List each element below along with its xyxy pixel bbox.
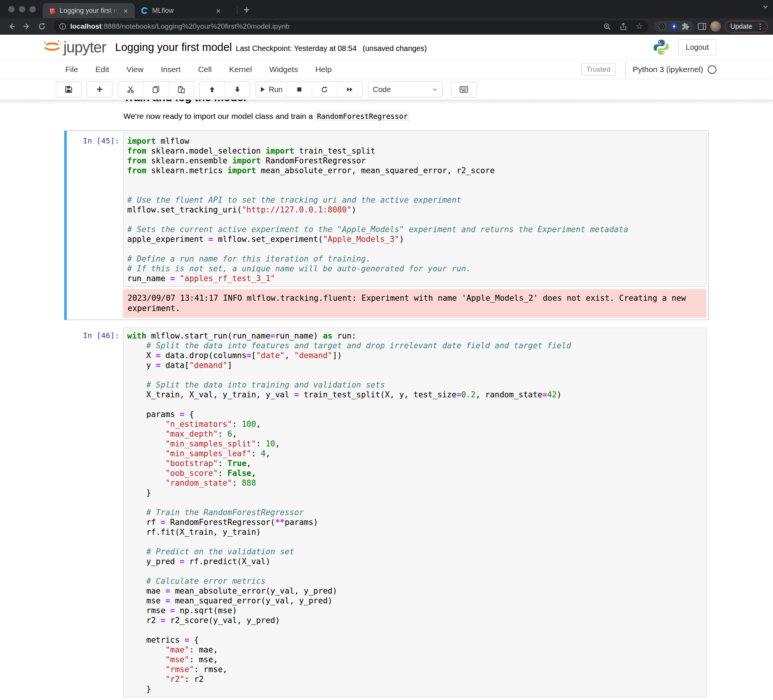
code-input-area[interactable]: import mlflowfrom sklearn.model_selectio… — [123, 133, 707, 287]
extension-badge-icon[interactable] — [658, 22, 666, 31]
arrow-up-icon — [209, 86, 215, 93]
inline-code: RandomForestRegressor — [315, 111, 410, 121]
jupyter-favicon — [49, 7, 56, 14]
profile-avatar[interactable] — [711, 21, 721, 32]
cell-prompt: In [45]: — [66, 133, 123, 287]
menu-item-edit[interactable]: Edit — [95, 65, 109, 74]
url-input[interactable]: localhost:8888/notebooks/Logging%20your%… — [54, 20, 648, 33]
interrupt-kernel-button[interactable] — [286, 82, 312, 97]
side-panel-icon[interactable] — [697, 22, 707, 31]
notebook-title[interactable]: Logging your first model — [115, 41, 232, 54]
extensions-pill — [654, 21, 694, 32]
menu-item-view[interactable]: View — [127, 65, 143, 74]
stop-icon — [296, 86, 302, 92]
scissors-icon — [127, 85, 134, 93]
python-kernel-logo — [653, 38, 670, 56]
window-close-button[interactable] — [8, 6, 15, 12]
notebook-body: Train and log the model We're now ready … — [0, 100, 773, 700]
update-button-label: Update — [730, 23, 752, 31]
unsaved-changes-label: (unsaved changes) — [363, 44, 427, 53]
tab-separator — [237, 7, 237, 15]
browser-toolbar: localhost:8888/notebooks/Logging%20your%… — [0, 18, 773, 35]
forward-button[interactable] — [20, 20, 33, 33]
url-path: :8888/notebooks/Logging%20your%20first%2… — [102, 22, 289, 30]
tab-mlflow[interactable]: MLflow × — [135, 3, 235, 18]
window-minimize-button[interactable] — [19, 6, 25, 12]
reload-button[interactable] — [36, 20, 48, 33]
restart-run-all-button[interactable] — [337, 82, 362, 97]
cell-output-stderr: 2023/09/07 13:41:17 INFO mlflow.tracking… — [123, 289, 707, 318]
browser-window: Logging your first model - Jupy × MLflow… — [0, 0, 773, 700]
site-info-icon[interactable] — [59, 23, 66, 30]
url-host: localhost — [70, 22, 102, 30]
kernel-indicator: Python 3 (ipykernel) — [625, 62, 716, 77]
code-input-area[interactable]: with mlflow.start_run(run_name=run_name)… — [123, 327, 707, 697]
menu-item-help[interactable]: Help — [315, 65, 331, 74]
paste-cells-button[interactable] — [168, 82, 194, 97]
move-cell-up-button[interactable] — [200, 82, 225, 97]
tab-close-icon[interactable]: × — [214, 7, 222, 15]
cell-output-row: 2023/09/07 13:41:17 INFO mlflow.tracking… — [66, 289, 707, 318]
paste-icon — [178, 85, 185, 93]
cell-type-value: Code — [373, 85, 391, 94]
save-button[interactable] — [56, 82, 81, 97]
markdown-paragraph: We're now ready to import our model clas… — [123, 112, 709, 121]
menu-item-kernel[interactable]: Kernel — [229, 65, 252, 74]
cell-type-select[interactable]: Code — [368, 82, 443, 97]
fast-forward-icon — [347, 86, 353, 93]
share-icon[interactable] — [619, 23, 627, 31]
menu-item-insert[interactable]: Insert — [161, 65, 181, 74]
restart-icon — [321, 86, 328, 93]
window-zoom-button[interactable] — [30, 6, 36, 12]
menu-item-file[interactable]: File — [65, 65, 78, 74]
window-controls — [0, 0, 43, 18]
move-cell-down-button[interactable] — [225, 82, 250, 97]
keyboard-icon — [460, 85, 468, 94]
selected-cell-indicator — [64, 131, 67, 320]
code-cell-46[interactable]: In [46]: with mlflow.start_run(run_name=… — [64, 325, 709, 700]
code-cell-45[interactable]: In [45]: import mlflowfrom sklearn.model… — [64, 131, 709, 320]
copy-icon — [152, 85, 160, 93]
markdown-heading-clipped: Train and log the model — [123, 100, 709, 104]
run-button[interactable]: Run — [256, 82, 286, 97]
cell-prompt: In [46]: — [66, 327, 123, 697]
tab-strip: Logging your first model - Jupy × MLflow… — [0, 0, 773, 18]
command-palette-button[interactable] — [451, 82, 476, 97]
tab-jupyter-notebook[interactable]: Logging your first model - Jupy × — [43, 3, 135, 18]
cut-cells-button[interactable] — [118, 82, 143, 97]
browser-menu-kebab-icon[interactable]: ⋮ — [755, 23, 765, 30]
kernel-name: Python 3 (ipykernel) — [633, 65, 703, 74]
run-label: Run — [269, 85, 283, 94]
checkpoint-status: Last Checkpoint: Yesterday at 08:54 — [236, 44, 357, 53]
jupyter-logo[interactable]: jupyter — [42, 38, 106, 56]
run-icon — [260, 86, 266, 92]
extension-lightning-icon[interactable] — [670, 23, 678, 30]
extensions-puzzle-icon[interactable] — [682, 23, 689, 30]
save-icon — [65, 85, 72, 93]
trusted-badge: Trusted — [581, 63, 616, 76]
browser-actions: Update ⋮ — [654, 21, 768, 33]
restart-kernel-button[interactable] — [312, 82, 337, 97]
back-button[interactable] — [5, 20, 18, 33]
jupyter-wordmark: jupyter — [63, 39, 106, 56]
zoom-icon[interactable] — [603, 23, 611, 31]
bookmark-star-icon[interactable]: ☆ — [636, 22, 643, 31]
tabstrip-chevron-icon[interactable] — [761, 3, 769, 11]
copy-cells-button[interactable] — [143, 82, 168, 97]
tab-title: MLflow — [152, 7, 211, 15]
chevron-down-icon — [432, 86, 438, 92]
menu-item-widgets[interactable]: Widgets — [270, 65, 298, 74]
logout-button[interactable]: Logout — [678, 39, 716, 56]
mlflow-favicon — [141, 7, 148, 14]
update-button[interactable]: Update ⋮ — [725, 21, 768, 33]
arrow-down-icon — [234, 86, 241, 93]
notebook-toolbar: + Run — [0, 79, 773, 100]
add-cell-button[interactable]: + — [87, 82, 112, 97]
jupyter-header: jupyter Logging your first model Last Ch… — [0, 35, 773, 60]
menubar: File Edit View Insert Cell Kernel Widget… — [0, 60, 773, 79]
kernel-idle-icon — [708, 65, 716, 74]
menu-item-cell[interactable]: Cell — [198, 65, 212, 74]
tab-close-icon[interactable]: × — [122, 7, 130, 15]
tab-title: Logging your first model - Jupy — [60, 7, 118, 15]
new-tab-button[interactable]: + — [240, 5, 253, 18]
